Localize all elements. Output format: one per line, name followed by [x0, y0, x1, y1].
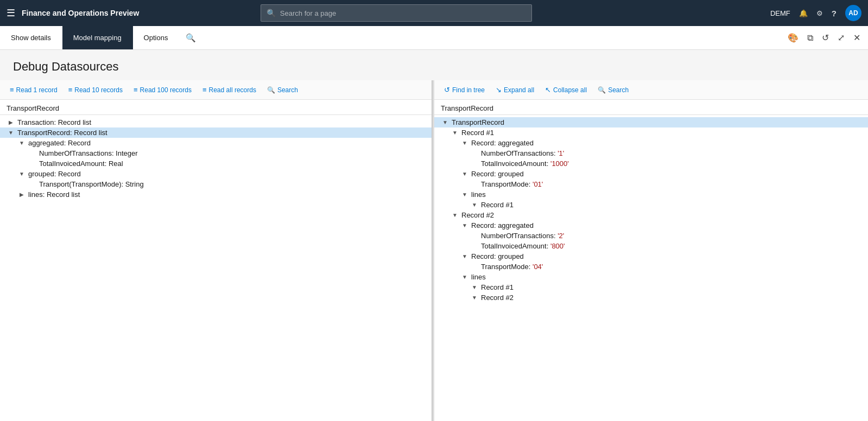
rtree-node[interactable]: ▼lines: [434, 272, 868, 282]
rtree-toggle-icon[interactable]: ▼: [460, 222, 469, 228]
rtree-toggle-icon[interactable]: ▼: [460, 253, 469, 259]
expand-all-icon: ↘: [496, 86, 502, 94]
tree-node-label: aggregated: Record: [28, 139, 91, 147]
palette-icon[interactable]: 🎨: [784, 30, 802, 45]
global-search-input[interactable]: [280, 9, 526, 17]
notifications-icon[interactable]: 🔔: [799, 9, 808, 17]
rtree-node[interactable]: ▼Record #1: [434, 127, 868, 138]
collapse-all-button[interactable]: ↖ Collapse all: [540, 84, 592, 96]
rtree-node[interactable]: ▼Record: grouped: [434, 251, 868, 261]
tree-node[interactable]: ▼aggregated: Record: [0, 138, 433, 148]
read-10-button[interactable]: ≡ Read 10 records: [63, 84, 128, 96]
tree-node-label: Transport(TransportMode): String: [39, 180, 144, 188]
rtree-toggle-icon[interactable]: ▼: [470, 284, 479, 290]
tree-node[interactable]: TotalInvoicedAmount: Real: [0, 158, 433, 169]
rtree-node[interactable]: TransportMode: '01': [434, 179, 868, 189]
rtree-node[interactable]: ▼Record: aggregated: [434, 138, 868, 148]
rtree-toggle-icon[interactable]: ▼: [460, 171, 469, 177]
tab-bar-right: 🎨 ⧉ ↺ ⤢ ✕: [784, 26, 868, 49]
rtree-node-label: Record: grouped: [471, 170, 524, 178]
rtree-node[interactable]: TotalInvoicedAmount: '800': [434, 241, 868, 251]
tab-bar: Show details Model mapping Options 🔍 🎨 ⧉…: [0, 26, 868, 50]
rtree-node[interactable]: ▼Record #1: [434, 282, 868, 292]
tree-toggle-icon[interactable]: ▶: [17, 192, 26, 197]
read-10-icon: ≡: [68, 86, 73, 94]
tree-node[interactable]: ▶lines: Record list: [0, 189, 433, 200]
rtree-node-label: TransportMode:: [481, 263, 533, 271]
help-icon[interactable]: ?: [832, 9, 837, 18]
open-icon[interactable]: ⤢: [834, 30, 848, 45]
tree-toggle-icon[interactable]: ▼: [7, 130, 15, 136]
rtree-node[interactable]: ▼Record #1: [434, 200, 868, 210]
window-icon[interactable]: ⧉: [804, 31, 816, 45]
find-tree-icon: ↺: [444, 86, 450, 94]
rtree-node[interactable]: NumberOfTransactions: '1': [434, 148, 868, 158]
refresh-icon[interactable]: ↺: [819, 30, 832, 45]
tree-node[interactable]: Transport(TransportMode): String: [0, 179, 433, 189]
rtree-node[interactable]: ▼Record #2: [434, 210, 868, 220]
rtree-toggle-icon[interactable]: ▼: [460, 274, 469, 280]
tree-toggle-icon[interactable]: ▶: [7, 119, 15, 125]
rtree-toggle-icon[interactable]: ▼: [441, 119, 449, 125]
rtree-node[interactable]: ▼lines: [434, 189, 868, 200]
tree-toggle-icon[interactable]: ▼: [17, 171, 26, 177]
rtree-toggle-icon[interactable]: ▼: [470, 202, 479, 208]
rtree-toggle-icon[interactable]: ▼: [470, 295, 479, 301]
rtree-node-label: NumberOfTransactions:: [481, 149, 557, 157]
rtree-node-label: Record: aggregated: [471, 221, 534, 229]
rtree-toggle-icon[interactable]: ▼: [460, 140, 469, 146]
rtree-node[interactable]: NumberOfTransactions: '2': [434, 231, 868, 241]
right-pane-label: TransportRecord: [434, 100, 868, 115]
tree-node-label: Transaction: Record list: [17, 118, 91, 126]
rtree-node-label: NumberOfTransactions:: [481, 232, 557, 240]
left-tree[interactable]: ▶Transaction: Record list▼TransportRecor…: [0, 115, 433, 421]
rtree-node[interactable]: ▼Record: grouped: [434, 169, 868, 179]
rtree-node[interactable]: TotalInvoicedAmount: '1000': [434, 158, 868, 169]
rtree-toggle-icon[interactable]: ▼: [451, 212, 459, 218]
rtree-node[interactable]: ▼TransportRecord: [434, 117, 868, 127]
tab-show-details[interactable]: Show details: [0, 26, 62, 49]
settings-icon[interactable]: ⚙: [816, 9, 823, 17]
rtree-node-value: '2': [557, 232, 564, 240]
rtree-node-label: Record: grouped: [471, 252, 524, 260]
rtree-node[interactable]: TransportMode: '04': [434, 261, 868, 272]
rtree-node-value: '800': [550, 242, 565, 250]
rtree-node[interactable]: ▼Record #2: [434, 292, 868, 303]
tab-search-icon[interactable]: 🔍: [179, 26, 202, 49]
tree-node[interactable]: ▼TransportRecord: Record list: [0, 127, 433, 138]
right-toolbar: ↺ Find in tree ↘ Expand all ↖ Collapse a…: [434, 80, 868, 100]
read-all-button[interactable]: ≡ Read all records: [197, 84, 262, 96]
rtree-toggle-icon[interactable]: ▼: [460, 192, 469, 197]
right-tree[interactable]: ▼TransportRecord▼Record #1▼Record: aggre…: [434, 115, 868, 421]
tree-node[interactable]: NumberOfTransactions: Integer: [0, 148, 433, 158]
tab-options[interactable]: Options: [133, 26, 180, 49]
right-search-icon: 🔍: [598, 86, 606, 94]
rtree-toggle-icon[interactable]: ▼: [451, 130, 459, 136]
read-1-button[interactable]: ≡ Read 1 record: [4, 84, 63, 96]
tree-node[interactable]: ▶Transaction: Record list: [0, 117, 433, 127]
top-bar: ☰ Finance and Operations Preview 🔍 DEMF …: [0, 0, 868, 26]
user-code: DEMF: [770, 9, 790, 17]
right-search-button[interactable]: 🔍 Search: [592, 84, 634, 96]
top-bar-right: DEMF 🔔 ⚙ ? AD: [770, 5, 861, 21]
tab-model-mapping[interactable]: Model mapping: [62, 26, 133, 49]
tree-node-label: grouped: Record: [28, 170, 81, 178]
tree-node-label: NumberOfTransactions: Integer: [39, 149, 138, 157]
left-search-icon: 🔍: [267, 86, 275, 94]
tree-node[interactable]: ▼grouped: Record: [0, 169, 433, 179]
main-content: Debug Datasources ≡ Read 1 record ≡ Read…: [0, 50, 868, 421]
tree-node-label: TotalInvoicedAmount: Real: [39, 160, 123, 168]
tree-toggle-icon[interactable]: ▼: [17, 140, 26, 146]
read-100-button[interactable]: ≡ Read 100 records: [128, 84, 197, 96]
hamburger-icon[interactable]: ☰: [7, 7, 15, 19]
rtree-node[interactable]: ▼Record: aggregated: [434, 220, 868, 231]
global-search-bar[interactable]: 🔍: [261, 4, 532, 22]
rtree-node-label: TotalInvoicedAmount:: [481, 160, 550, 168]
expand-all-button[interactable]: ↘ Expand all: [490, 84, 540, 96]
avatar[interactable]: AD: [845, 5, 861, 21]
find-tree-button[interactable]: ↺ Find in tree: [439, 84, 490, 96]
left-search-button[interactable]: 🔍 Search: [262, 84, 303, 96]
close-icon[interactable]: ✕: [850, 30, 864, 45]
rtree-node-value: '1000': [550, 160, 569, 168]
pane-splitter[interactable]: [432, 80, 434, 421]
